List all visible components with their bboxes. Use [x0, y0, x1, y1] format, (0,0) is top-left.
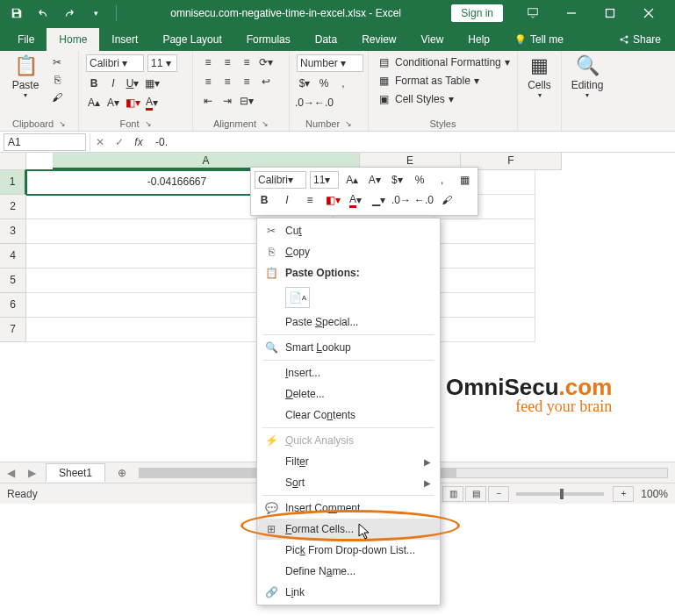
tab-formulas[interactable]: Formulas	[234, 28, 303, 51]
orientation-icon[interactable]: ⟳▾	[258, 54, 274, 70]
percent-format-icon[interactable]: %	[316, 75, 332, 91]
row-header-5[interactable]: 5	[0, 269, 26, 293]
font-size-dropdown[interactable]: 11 ▾	[147, 54, 177, 72]
formula-input[interactable]: -0.	[148, 136, 675, 148]
bold-button[interactable]: B	[86, 75, 102, 91]
clipboard-dialog-launcher[interactable]: ↘	[59, 119, 66, 128]
mini-inc-decimal-icon[interactable]: .0→	[391, 191, 411, 209]
undo-icon[interactable]	[33, 4, 53, 23]
accounting-format-icon[interactable]: $▾	[297, 75, 312, 91]
cancel-formula-icon[interactable]: ✕	[90, 136, 110, 148]
decrease-decimal-icon[interactable]: ←.0	[316, 95, 332, 111]
ctx-copy[interactable]: ⎘Copy	[257, 241, 440, 262]
editing-button[interactable]: 🔍Editing▾	[569, 54, 606, 99]
mini-font-name[interactable]: Calibri▾	[255, 171, 306, 189]
page-layout-view-icon[interactable]: ▥	[442, 486, 463, 502]
row-header-2[interactable]: 2	[0, 195, 26, 219]
ctx-sort[interactable]: Sort▶	[257, 472, 440, 493]
ctx-filter[interactable]: Filter▶	[257, 451, 440, 472]
mini-fill-color-icon[interactable]: ◧▾	[323, 191, 342, 209]
mini-decrease-font-icon[interactable]: A▾	[365, 171, 384, 189]
align-right-icon[interactable]: ≡	[239, 74, 255, 90]
tab-insert[interactable]: Insert	[99, 28, 150, 51]
align-center-icon[interactable]: ≡	[219, 74, 235, 90]
tab-data[interactable]: Data	[303, 28, 349, 51]
tab-file[interactable]: File	[5, 28, 47, 51]
ctx-pick-from-list[interactable]: Pick From Drop-down List...	[257, 540, 440, 561]
increase-font-icon[interactable]: A▴	[86, 95, 102, 111]
increase-indent-icon[interactable]: ⇥	[219, 93, 235, 109]
ctx-define-name[interactable]: Define Name...	[257, 561, 440, 582]
save-icon[interactable]	[7, 4, 26, 23]
row-header-7[interactable]: 7	[0, 318, 26, 342]
conditional-formatting-button[interactable]: ▤Conditional Formatting▾	[376, 54, 510, 70]
close-button[interactable]	[629, 0, 668, 26]
share-button[interactable]: Share	[610, 28, 670, 51]
tab-help[interactable]: Help	[456, 28, 502, 51]
number-dialog-launcher[interactable]: ↘	[345, 119, 352, 128]
tell-me[interactable]: Tell me	[502, 28, 576, 51]
ctx-paste-special[interactable]: Paste Special...	[257, 312, 440, 333]
mini-increase-font-icon[interactable]: A▴	[342, 171, 362, 189]
sheet-nav-right-icon[interactable]: ▶	[21, 467, 42, 479]
page-break-view-icon[interactable]: ▤	[465, 486, 486, 502]
tab-view[interactable]: View	[409, 28, 456, 51]
ctx-cut[interactable]: ✂Cut	[257, 220, 440, 241]
qat-customize-icon[interactable]: ▾	[86, 4, 105, 23]
ctx-insert[interactable]: Insert...	[257, 362, 440, 383]
borders-button[interactable]: ▦▾	[144, 75, 160, 91]
paste-option-values[interactable]: 📄A	[285, 287, 310, 308]
ribbon-options-icon[interactable]	[513, 0, 552, 26]
increase-decimal-icon[interactable]: .0→	[297, 95, 312, 111]
comma-format-icon[interactable]: ,	[335, 75, 351, 91]
mini-border-bottom-icon[interactable]: ▁▾	[369, 191, 388, 209]
mini-bold-icon[interactable]: B	[255, 191, 274, 209]
zoom-out-button[interactable]: −	[488, 486, 509, 502]
tab-page-layout[interactable]: Page Layout	[150, 28, 233, 51]
align-middle-icon[interactable]: ≡	[219, 54, 235, 70]
mini-dec-decimal-icon[interactable]: ←.0	[414, 191, 434, 209]
row-header-4[interactable]: 4	[0, 244, 26, 269]
insert-function-icon[interactable]: fx	[129, 136, 148, 148]
font-color-button[interactable]: A▾	[144, 95, 160, 111]
row-header-3[interactable]: 3	[0, 219, 26, 244]
ctx-delete[interactable]: Delete...	[257, 383, 440, 405]
italic-button[interactable]: I	[105, 75, 121, 91]
mini-font-color-icon[interactable]: A▾	[346, 191, 365, 209]
mini-italic-icon[interactable]: I	[277, 191, 297, 209]
row-header-6[interactable]: 6	[0, 293, 26, 318]
cut-icon[interactable]: ✂	[49, 54, 65, 70]
mini-format-painter-icon[interactable]: 🖌	[437, 191, 456, 209]
format-as-table-button[interactable]: ▦Format as Table▾	[376, 73, 479, 89]
ctx-clear-contents[interactable]: Clear Contents	[257, 405, 440, 426]
decrease-font-icon[interactable]: A▾	[105, 95, 121, 111]
fill-color-button[interactable]: ◧▾	[125, 95, 140, 111]
align-top-icon[interactable]: ≡	[200, 54, 216, 70]
mini-borders-icon[interactable]: ▦	[455, 171, 474, 189]
font-name-dropdown[interactable]: Calibri ▾	[86, 54, 144, 72]
mini-accounting-icon[interactable]: $▾	[388, 171, 407, 189]
cell-styles-button[interactable]: ▣Cell Styles▾	[376, 91, 454, 107]
sign-in-button[interactable]: Sign in	[451, 4, 503, 22]
wrap-text-icon[interactable]: ↩	[258, 74, 274, 90]
mini-percent-icon[interactable]: %	[410, 171, 429, 189]
merge-center-icon[interactable]: ⊟▾	[239, 93, 255, 109]
copy-icon[interactable]: ⎘	[49, 72, 65, 88]
alignment-dialog-launcher[interactable]: ↘	[262, 119, 269, 128]
enter-formula-icon[interactable]: ✓	[110, 136, 129, 148]
mini-comma-icon[interactable]: ,	[433, 171, 452, 189]
cells-button[interactable]: ▦Cells▾	[525, 54, 554, 99]
format-painter-icon[interactable]: 🖌	[49, 90, 65, 105]
align-left-icon[interactable]: ≡	[200, 74, 216, 90]
ctx-smart-lookup[interactable]: 🔍Smart Lookup	[257, 337, 440, 358]
sheet-tab-sheet1[interactable]: Sheet1	[46, 463, 105, 482]
ctx-format-cells[interactable]: ⊞Format Cells...	[257, 519, 440, 540]
font-dialog-launcher[interactable]: ↘	[145, 119, 152, 128]
ctx-insert-comment[interactable]: 💬Insert Comment	[257, 498, 440, 519]
mini-align-icon[interactable]: ≡	[300, 191, 320, 209]
underline-button[interactable]: U▾	[125, 75, 140, 91]
paste-button[interactable]: 📋 Paste ▾	[7, 54, 44, 99]
new-sheet-button[interactable]: ⊕	[112, 463, 132, 483]
zoom-level[interactable]: 100%	[641, 488, 668, 500]
number-format-dropdown[interactable]: Number ▾	[297, 54, 363, 72]
